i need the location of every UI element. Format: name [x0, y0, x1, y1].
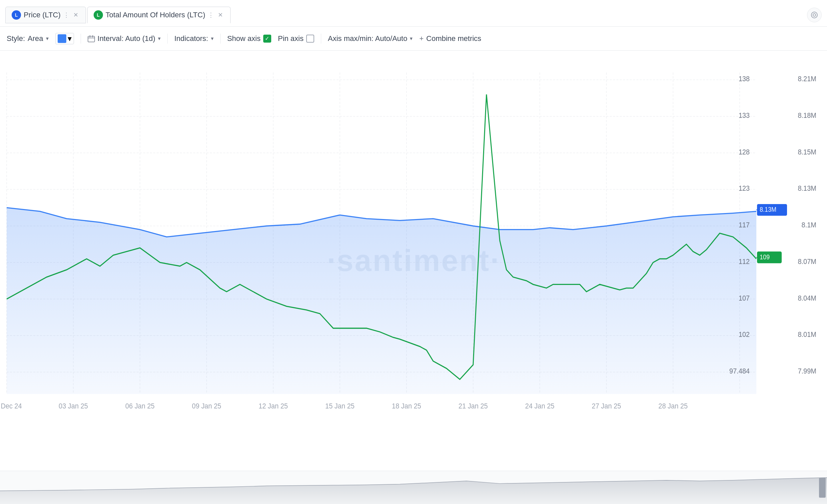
- svg-text:8.18M: 8.18M: [798, 111, 816, 119]
- svg-text:133: 133: [739, 111, 750, 119]
- tabs-row: L Price (LTC) ⋮ ✕ L Total Amount Of Hold…: [0, 0, 827, 26]
- main-container: L Price (LTC) ⋮ ✕ L Total Amount Of Hold…: [0, 0, 827, 504]
- svg-text:109: 109: [760, 253, 770, 261]
- svg-text:8.21M: 8.21M: [798, 74, 816, 82]
- tab-close-price-ltc[interactable]: ✕: [72, 11, 80, 19]
- tab-logo-holders-ltc: L: [94, 10, 103, 20]
- svg-rect-2: [88, 36, 95, 42]
- style-label: Style:: [7, 34, 25, 43]
- svg-text:06 Jan 25: 06 Jan 25: [125, 402, 155, 410]
- indicators-label: Indicators:: [174, 34, 208, 43]
- show-axis-toggle[interactable]: Show axis ✓: [227, 34, 271, 43]
- svg-text:8.01M: 8.01M: [798, 330, 816, 338]
- divider-3: [220, 34, 221, 44]
- svg-text:8.15M: 8.15M: [798, 148, 816, 156]
- divider-4: [321, 34, 321, 44]
- pin-axis-toggle[interactable]: Pin axis: [278, 34, 314, 43]
- divider-1: [81, 34, 81, 44]
- tab-label-holders-ltc: Total Amount Of Holders (LTC): [106, 11, 205, 19]
- svg-text:107: 107: [739, 294, 750, 302]
- svg-text:28 Jan 25: 28 Jan 25: [659, 402, 688, 410]
- combine-metrics-label: Combine metrics: [426, 34, 481, 43]
- indicators-arrow: ▾: [211, 35, 213, 42]
- show-axis-checkbox[interactable]: ✓: [263, 35, 271, 43]
- tab-price-ltc[interactable]: L Price (LTC) ⋮ ✕: [5, 7, 86, 23]
- svg-text:8.13M: 8.13M: [760, 206, 776, 213]
- combine-plus-icon: +: [419, 34, 424, 43]
- svg-text:15 Jan 25: 15 Jan 25: [325, 402, 354, 410]
- svg-text:18 Jan 25: 18 Jan 25: [392, 402, 421, 410]
- toolbar-row: Style: Area ▾ ▾ Interval: Auto (1d) ▾ In…: [0, 26, 827, 51]
- color-arrow: ▾: [68, 34, 71, 43]
- svg-text:8.13M: 8.13M: [798, 184, 816, 192]
- pin-axis-label: Pin axis: [278, 34, 303, 43]
- svg-text:8.1M: 8.1M: [802, 221, 816, 229]
- svg-text:09 Jan 25: 09 Jan 25: [192, 402, 221, 410]
- color-swatch-wrapper[interactable]: ▾: [55, 33, 74, 44]
- svg-text:27 Jan 25: 27 Jan 25: [592, 402, 621, 410]
- svg-text:03 Jan 25: 03 Jan 25: [59, 402, 88, 410]
- style-selector[interactable]: Style: Area ▾: [7, 34, 49, 43]
- svg-text:12 Jan 25: 12 Jan 25: [258, 402, 288, 410]
- svg-text:128: 128: [739, 148, 750, 156]
- svg-text:8.04M: 8.04M: [798, 294, 816, 302]
- settings-button[interactable]: [807, 8, 822, 22]
- axis-maxmin-label: Axis max/min: Auto/Auto: [328, 34, 407, 43]
- divider-2: [167, 34, 167, 44]
- mini-scroll-handle[interactable]: [819, 478, 826, 498]
- tab-dots-price-ltc[interactable]: ⋮: [63, 11, 69, 19]
- svg-text:138: 138: [739, 74, 750, 82]
- interval-selector[interactable]: Interval: Auto (1d) ▾: [88, 34, 161, 43]
- style-arrow: ▾: [46, 35, 49, 42]
- mini-chart-fill: [0, 478, 827, 504]
- interval-arrow: ▾: [158, 35, 161, 42]
- svg-text:24 Jan 25: 24 Jan 25: [525, 402, 554, 410]
- pin-axis-checkbox[interactable]: [306, 35, 314, 43]
- tab-dots-holders-ltc[interactable]: ⋮: [208, 11, 214, 19]
- style-value: Area: [28, 34, 43, 43]
- indicators-selector[interactable]: Indicators: ▾: [174, 34, 213, 43]
- svg-point-0: [811, 12, 817, 18]
- svg-text:123: 123: [739, 184, 750, 192]
- chart-svg: 138 133 128 123 117 112 107 102 97.484 8…: [0, 51, 827, 471]
- tab-label-price-ltc: Price (LTC): [23, 11, 61, 19]
- axis-maxmin-selector[interactable]: Axis max/min: Auto/Auto ▾: [328, 34, 412, 43]
- show-axis-label: Show axis: [227, 34, 260, 43]
- mini-chart: [0, 471, 827, 504]
- svg-text:97.484: 97.484: [729, 367, 750, 375]
- svg-text:8.07M: 8.07M: [798, 257, 816, 265]
- color-swatch-blue[interactable]: [58, 34, 66, 43]
- svg-text:31 Dec 24: 31 Dec 24: [0, 402, 22, 410]
- svg-text:21 Jan 25: 21 Jan 25: [458, 402, 488, 410]
- axis-maxmin-arrow: ▾: [410, 35, 412, 42]
- tab-logo-price-ltc: L: [12, 10, 21, 20]
- chart-area: ·santiment·: [0, 51, 827, 471]
- interval-icon: [88, 35, 95, 42]
- combine-metrics-button[interactable]: + Combine metrics: [419, 34, 481, 43]
- mini-chart-svg: [0, 471, 827, 504]
- tab-holders-ltc[interactable]: L Total Amount Of Holders (LTC) ⋮ ✕: [87, 7, 231, 23]
- svg-text:7.99M: 7.99M: [798, 367, 816, 375]
- svg-text:112: 112: [739, 257, 750, 265]
- svg-point-1: [813, 14, 816, 16]
- interval-label: Interval: Auto (1d): [98, 34, 156, 43]
- blue-area-fill: [7, 208, 757, 394]
- svg-text:102: 102: [739, 330, 750, 338]
- svg-text:117: 117: [739, 221, 750, 229]
- tab-close-holders-ltc[interactable]: ✕: [216, 11, 224, 19]
